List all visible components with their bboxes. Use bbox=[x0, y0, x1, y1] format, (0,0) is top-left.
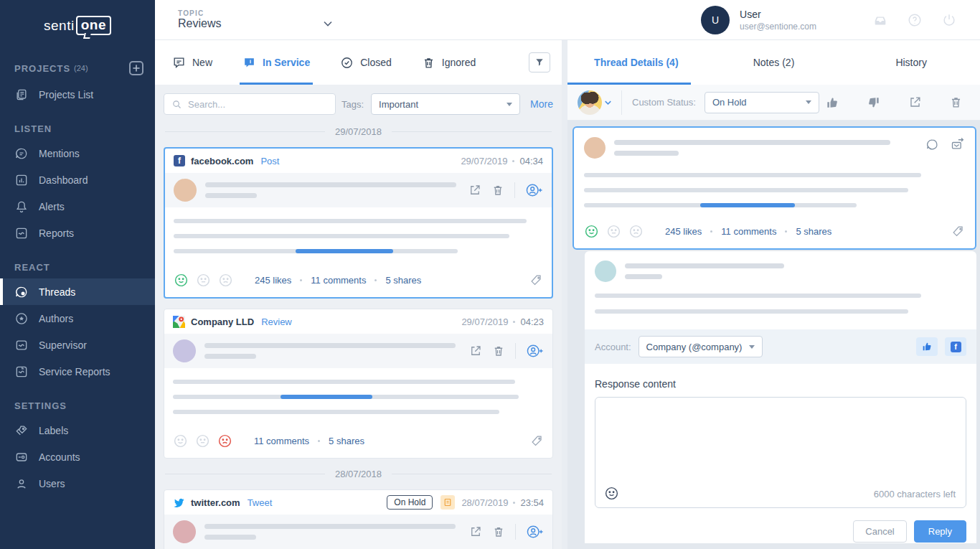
tab-thread-details[interactable]: Thread Details (4) bbox=[567, 40, 705, 85]
sentiment-neutral-icon[interactable] bbox=[196, 273, 211, 288]
tags-dropdown[interactable]: Important bbox=[371, 93, 520, 115]
topic-selector[interactable]: TOPIC Reviews bbox=[178, 9, 332, 30]
tag-icon[interactable] bbox=[530, 434, 544, 448]
list-filter-row: Tags: Important More bbox=[164, 93, 553, 115]
response-textarea[interactable] bbox=[595, 398, 966, 477]
sidebar-section-listen: LISTEN Mentions Dashboard Alerts Reports bbox=[0, 116, 155, 246]
note-icon[interactable] bbox=[440, 495, 455, 510]
custom-status-dropdown[interactable]: On Hold bbox=[705, 92, 819, 113]
check-circle-icon bbox=[340, 56, 354, 70]
tag-icon[interactable] bbox=[529, 273, 543, 287]
sidebar-item-supervisor[interactable]: Supervisor bbox=[0, 332, 155, 358]
trash-icon[interactable] bbox=[491, 184, 504, 197]
source-name[interactable]: facebook.com bbox=[191, 156, 253, 166]
thread-card-facebook[interactable]: f facebook.com Post 29/07/2019 04:34 bbox=[164, 147, 553, 299]
detail-content[interactable]: 245 likes 11 comments 5 shares bbox=[567, 121, 980, 543]
tab-notes[interactable]: Notes (2) bbox=[705, 40, 843, 85]
cancel-button[interactable]: Cancel bbox=[853, 520, 906, 543]
sentiment-positive-icon[interactable] bbox=[174, 273, 189, 288]
open-external-icon[interactable] bbox=[469, 344, 482, 357]
trash-icon[interactable] bbox=[492, 344, 505, 357]
sidebar-item-dashboard[interactable]: Dashboard bbox=[0, 166, 155, 193]
sentiment-neutral-icon[interactable] bbox=[195, 433, 210, 449]
assignee-avatar bbox=[578, 90, 602, 115]
trash-icon[interactable] bbox=[949, 95, 963, 109]
shares-count[interactable]: 5 shares bbox=[329, 436, 364, 446]
chevron-down-icon bbox=[605, 100, 611, 105]
more-filters-link[interactable]: More bbox=[530, 98, 553, 110]
sentiment-neutral-icon[interactable] bbox=[606, 224, 621, 239]
sentiment-negative-icon[interactable] bbox=[217, 433, 232, 449]
comments-count[interactable]: 11 comments bbox=[721, 226, 776, 237]
date-label: 29/07/2018 bbox=[335, 126, 382, 137]
likes-count[interactable]: 245 likes bbox=[665, 226, 702, 237]
sentiment-positive-icon[interactable] bbox=[584, 224, 599, 239]
sentiment-positive-icon[interactable] bbox=[173, 433, 188, 449]
shares-count[interactable]: 5 shares bbox=[796, 226, 831, 237]
service-report-icon bbox=[14, 365, 29, 379]
tab-new[interactable]: New bbox=[172, 40, 212, 85]
tab-history[interactable]: History bbox=[842, 40, 980, 85]
assignee-selector[interactable] bbox=[578, 90, 622, 115]
reply-button[interactable]: Reply bbox=[914, 520, 966, 543]
assign-author-icon[interactable] bbox=[526, 343, 544, 359]
comments-count[interactable]: 11 comments bbox=[311, 275, 366, 286]
thumbs-up-icon[interactable] bbox=[825, 95, 839, 110]
sidebar-item-accounts[interactable]: Accounts bbox=[0, 444, 155, 470]
tag-icon[interactable] bbox=[951, 225, 965, 238]
mention-type-link[interactable]: Post bbox=[260, 156, 279, 166]
thread-list[interactable]: Tags: Important More 29/07/2018 f facebo… bbox=[155, 85, 562, 549]
like-action-button[interactable] bbox=[916, 337, 938, 356]
thread-card-twitter[interactable]: twitter.com Tweet On Hold 28/07/2019 23:… bbox=[164, 489, 553, 549]
assign-author-icon[interactable] bbox=[525, 182, 543, 198]
sentiment-negative-icon[interactable] bbox=[218, 273, 233, 288]
topic-value: Reviews bbox=[178, 17, 221, 30]
thread-card-review[interactable]: Company LLD Review 29/07/2019 04:23 bbox=[164, 309, 553, 459]
tab-in-service[interactable]: In Service bbox=[242, 40, 310, 85]
assign-author-icon[interactable] bbox=[526, 524, 544, 540]
sidebar-item-labels[interactable]: Labels bbox=[0, 417, 155, 444]
trash-icon[interactable] bbox=[492, 525, 505, 538]
sentiment-negative-icon[interactable] bbox=[628, 224, 644, 239]
help-icon[interactable] bbox=[907, 12, 923, 28]
comments-count[interactable]: 11 comments bbox=[254, 436, 309, 446]
card-header: twitter.com Tweet On Hold 28/07/2019 23:… bbox=[164, 490, 552, 515]
likes-count[interactable]: 245 likes bbox=[255, 275, 291, 286]
sidebar-item-reports[interactable]: Reports bbox=[0, 220, 155, 246]
facebook-channel-button[interactable]: f bbox=[945, 337, 966, 356]
power-icon[interactable] bbox=[941, 12, 957, 28]
detail-message-card[interactable]: 245 likes 11 comments 5 shares bbox=[573, 126, 976, 250]
tab-label: Notes (2) bbox=[753, 57, 795, 68]
comment-icon[interactable] bbox=[925, 138, 939, 151]
mention-type-link[interactable]: Tweet bbox=[248, 497, 273, 508]
thumbs-down-icon[interactable] bbox=[867, 95, 881, 110]
tab-closed[interactable]: Closed bbox=[340, 40, 392, 85]
chevron-down-icon bbox=[324, 21, 332, 27]
mention-type-link[interactable]: Review bbox=[261, 316, 292, 327]
sidebar-item-authors[interactable]: Authors bbox=[0, 305, 155, 332]
account-dropdown[interactable]: Company (@company) bbox=[639, 336, 763, 357]
sidebar-item-users[interactable]: Users bbox=[0, 470, 155, 497]
open-external-icon[interactable] bbox=[469, 525, 482, 538]
avatar bbox=[173, 520, 196, 543]
sidebar-item-alerts[interactable]: Alerts bbox=[0, 193, 155, 220]
message-author-row bbox=[574, 128, 975, 160]
search-input[interactable] bbox=[188, 99, 328, 110]
emoji-picker-icon[interactable] bbox=[604, 486, 619, 501]
open-external-icon[interactable] bbox=[908, 95, 922, 109]
inbox-icon[interactable] bbox=[872, 12, 888, 28]
sidebar-item-mentions[interactable]: Mentions bbox=[0, 140, 155, 166]
sidebar-item-projects-list[interactable]: Projects List bbox=[0, 81, 155, 108]
open-external-icon[interactable] bbox=[468, 184, 481, 197]
source-name[interactable]: Company LLD bbox=[191, 316, 254, 327]
shares-count[interactable]: 5 shares bbox=[385, 275, 421, 286]
logo-text-one: one bbox=[76, 16, 111, 35]
sidebar-item-service-reports[interactable]: Service Reports bbox=[0, 358, 155, 385]
filter-button[interactable] bbox=[529, 52, 550, 72]
forward-message-icon[interactable] bbox=[951, 137, 965, 151]
avatar[interactable]: U bbox=[701, 6, 730, 34]
tab-ignored[interactable]: Ignored bbox=[422, 40, 476, 85]
add-project-button[interactable] bbox=[129, 61, 143, 75]
sidebar-item-threads[interactable]: Threads bbox=[0, 278, 155, 305]
source-name[interactable]: twitter.com bbox=[191, 497, 240, 508]
